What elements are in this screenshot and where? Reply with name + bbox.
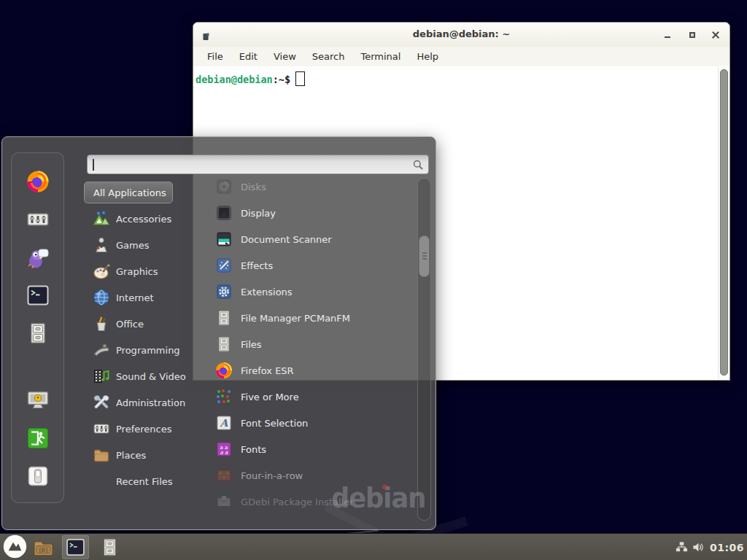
network-icon[interactable] [676, 541, 688, 553]
app-label: Effects [241, 260, 273, 271]
app-item-five-or-more[interactable]: Five or More [208, 384, 411, 410]
firefox-icon [215, 362, 233, 379]
favorite-button[interactable] [25, 322, 51, 345]
search-box[interactable] [87, 155, 429, 174]
administration-icon [93, 394, 110, 411]
terminal-scrollbar[interactable] [718, 67, 729, 379]
search-input[interactable] [93, 158, 406, 171]
settings-panel-icon [26, 208, 50, 231]
four-in-a-row-icon [215, 467, 233, 484]
category-item-internet[interactable]: Internet [84, 284, 206, 311]
menubar-item-search[interactable]: Search [304, 49, 353, 64]
category-label: Internet [116, 292, 154, 303]
app-label: Files [241, 339, 262, 350]
app-label: Font Selection [241, 418, 308, 429]
menu-scrollbar[interactable] [417, 178, 431, 521]
terminal-icon [66, 537, 85, 557]
category-item-sound-video[interactable]: Sound & Video [84, 363, 206, 389]
category-item-recent-files[interactable]: Recent Files [84, 468, 206, 494]
taskbar-launcher-folder[interactable]: [D] [32, 538, 55, 557]
favorite-button[interactable] [25, 246, 51, 269]
debian-watermark-dot [382, 484, 387, 489]
category-label: Administration [116, 397, 185, 408]
app-item-file-manager-pcmanfm[interactable]: File Manager PCManFM [208, 305, 411, 331]
category-item-graphics[interactable]: Graphics [84, 258, 206, 284]
menubar-item-view[interactable]: View [266, 49, 304, 64]
app-label: Document Scanner [241, 234, 332, 245]
category-item-preferences[interactable]: Preferences [84, 416, 206, 442]
category-list: All ApplicationsAccessoriesGamesGraphics… [84, 179, 206, 494]
disks-icon [215, 178, 233, 195]
app-item-font-selection[interactable]: AFont Selection [208, 410, 411, 436]
app-label: File Manager PCManFM [241, 313, 350, 324]
app-item-firefox-esr[interactable]: Firefox ESR [208, 357, 411, 384]
favorite-button[interactable] [25, 170, 51, 193]
category-label: Accessories [116, 214, 171, 225]
category-label: All Applications [93, 187, 166, 198]
taskbar: 01:06 [D] [0, 533, 747, 560]
terminal-scrollbar-thumb[interactable] [720, 69, 728, 376]
close-button[interactable] [706, 23, 725, 47]
menubar-item-edit[interactable]: Edit [231, 49, 266, 64]
menubar-item-file[interactable]: File [199, 49, 231, 64]
taskbar-launcher-menu-logo[interactable] [3, 534, 27, 559]
clock[interactable]: 01:06 [710, 542, 744, 553]
app-item-fonts[interactable]: a aa aFonts [208, 436, 411, 462]
category-item-programming[interactable]: Programming [84, 337, 206, 363]
category-label: Office [116, 319, 144, 330]
app-item-files[interactable]: Files [208, 331, 411, 357]
search-icon [412, 159, 424, 171]
app-label: Disks [241, 182, 266, 192]
favorite-button[interactable] [25, 208, 51, 231]
session-button[interactable] [25, 464, 51, 488]
app-item-display[interactable]: Display [208, 200, 411, 226]
svg-text:[D]: [D] [39, 547, 48, 553]
app-label: Fonts [241, 444, 266, 455]
app-label: Five or More [241, 392, 299, 402]
minimize-icon [665, 36, 670, 38]
app-item-effects[interactable]: Effects [208, 252, 411, 279]
folder-icon: [D] [32, 538, 55, 557]
gdebi-icon [215, 493, 233, 510]
favorite-button[interactable] [25, 284, 51, 307]
sound-video-icon [93, 368, 110, 385]
maximize-icon [689, 32, 695, 38]
accessories-icon [93, 210, 110, 228]
category-label: Games [116, 240, 149, 251]
svg-text:a a: a a [220, 450, 229, 456]
five-or-more-icon [215, 388, 233, 405]
display-icon [215, 204, 233, 222]
office-icon [93, 315, 110, 332]
app-item-disks[interactable]: Disks [208, 174, 411, 200]
category-item-office[interactable]: Office [84, 311, 206, 337]
lock-screen-icon [26, 389, 50, 412]
app-label: Firefox ESR [241, 365, 294, 376]
session-button[interactable] [25, 389, 51, 412]
application-list: DisksDisplayDocument ScannerEffectsExten… [208, 174, 411, 515]
category-item-administration[interactable]: Administration [84, 389, 206, 416]
category-item-games[interactable]: Games [84, 232, 206, 258]
session-button[interactable] [25, 427, 51, 450]
category-item-all-applications[interactable]: All Applications [84, 182, 173, 203]
prompt-suffix: :~$ [273, 74, 290, 85]
fonts-icon: a aa a [215, 440, 233, 458]
maximize-button[interactable] [683, 23, 702, 47]
menubar-item-help[interactable]: Help [409, 49, 446, 64]
terminal-titlebar[interactable]: debian@debian: ~ [193, 23, 729, 47]
volume-icon[interactable] [692, 541, 705, 553]
firefox-icon [26, 170, 50, 193]
effects-icon [215, 257, 233, 274]
app-item-extensions[interactable]: Extensions [208, 279, 411, 305]
menubar-item-terminal[interactable]: Terminal [352, 49, 409, 64]
taskbar-launcher-file-cabinet[interactable] [99, 536, 120, 559]
category-item-places[interactable]: Places [84, 442, 206, 468]
minimize-button[interactable] [658, 23, 677, 47]
shutdown-icon [26, 464, 50, 488]
taskbar-window-terminal[interactable] [62, 535, 89, 559]
category-item-accessories[interactable]: Accessories [84, 206, 206, 232]
games-icon [93, 236, 110, 254]
terminal-title: debian@debian: ~ [193, 28, 729, 39]
menu-scrollbar-thumb[interactable] [419, 236, 430, 277]
terminal-cursor [295, 71, 305, 86]
app-item-document-scanner[interactable]: Document Scanner [208, 226, 411, 252]
